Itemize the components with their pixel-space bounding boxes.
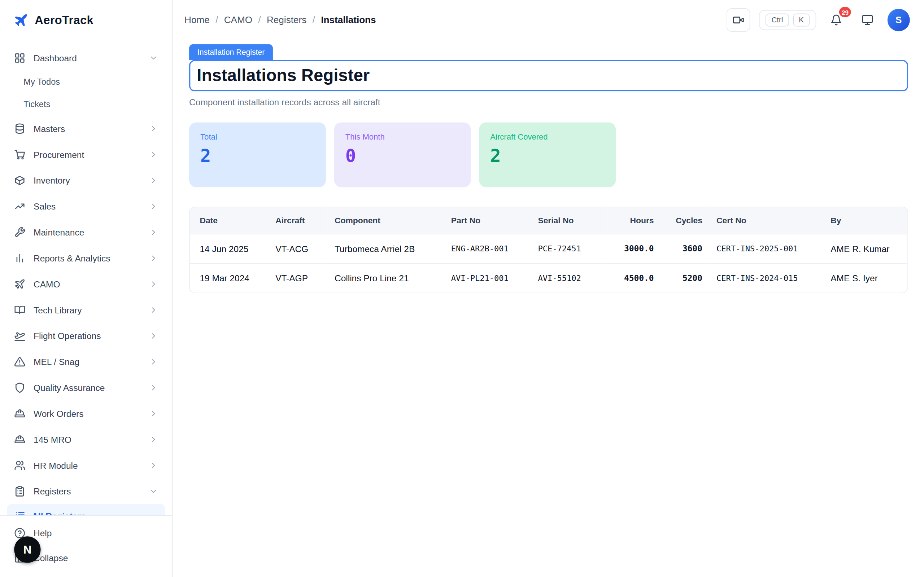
package-icon [14,174,25,186]
sidebar-item-sales[interactable]: Sales [7,193,165,219]
chevron-right-icon [149,227,158,236]
cell-hours: 3000.0 [608,234,661,263]
chevron-right-icon [149,435,158,443]
stat-label: This Month [346,132,460,141]
sidebar-item-label: Work Orders [34,408,83,418]
stat-value: 2 [490,145,604,166]
sidebar-item-label: Quality Assurance [34,382,105,392]
sidebar-item-quality-assurance[interactable]: Quality Assurance [7,374,165,400]
alert-triangle-icon [14,356,25,367]
sidebar-item-reports-analytics[interactable]: Reports & Analytics [7,245,165,271]
sidebar-item-label: My Todos [23,77,60,87]
sidebar-item-dashboard[interactable]: Dashboard [7,45,165,71]
column-header-date: Date [190,207,268,234]
top-actions: Ctrl K 29 S [727,8,909,32]
app-name: AeroTrack [35,13,94,27]
chevron-right-icon [149,305,158,314]
chevron-down-icon [149,487,158,495]
plane-takeoff-icon [14,330,25,341]
sidebar-item-work-orders[interactable]: Work Orders [7,400,165,426]
stat-label: Total [200,132,315,141]
table-header-row: Date Aircraft Component Part No Serial N… [190,207,908,234]
sidebar-item-procurement[interactable]: Procurement [7,141,165,167]
chevron-right-icon [149,409,158,417]
register-type-badge: Installation Register [189,44,273,60]
sidebar-item-registers[interactable]: Registers [7,478,165,504]
breadcrumb-camo[interactable]: CAMO [224,15,252,25]
sidebar-item-label: HR Module [34,460,78,470]
column-header-hours: Hours [608,207,661,234]
cell-aircraft: VT-ACG [268,234,328,263]
sidebar-item-label: Tickets [23,100,50,109]
sidebar-item-camo[interactable]: CAMO [7,271,165,297]
plane-logo-icon [13,12,29,28]
page-subtitle: Component installation records across al… [189,97,908,107]
cell-aircraft: VT-AGP [268,263,328,293]
sidebar-item-my-todos[interactable]: My Todos [7,71,165,93]
sidebar-item-label: Reports & Analytics [34,253,110,263]
sidebar-item-flight-operations[interactable]: Flight Operations [7,323,165,349]
command-palette-shortcut[interactable]: Ctrl K [759,10,816,30]
plane-icon [14,278,25,289]
cell-cert-no: CERT-INS-2024-015 [709,263,823,293]
notification-count-badge: 29 [838,6,852,18]
sidebar-item-label: Sales [34,201,56,211]
breadcrumb-separator: / [258,15,261,25]
chevron-right-icon [149,253,158,262]
sidebar-item-tickets[interactable]: Tickets [7,93,165,115]
stat-value: 0 [346,145,460,166]
sidebar-item-label: Tech Library [34,305,82,315]
sidebar: AeroTrack Dashboard My Todos Tickets Mas… [0,0,173,577]
sidebar-item-tech-library[interactable]: Tech Library [7,297,165,323]
page-title-input[interactable] [189,60,908,92]
sidebar-item-label: Masters [34,123,65,134]
stat-card-aircraft-covered: Aircraft Covered 2 [479,122,616,187]
help-label: Help [34,528,52,538]
ctrl-keycap: Ctrl [766,14,789,27]
k-keycap: K [793,14,809,27]
user-avatar[interactable]: S [888,9,910,31]
sidebar-item-maintenance[interactable]: Maintenance [7,219,165,245]
cell-component: Collins Pro Line 21 [327,263,444,293]
app-window: AeroTrack Dashboard My Todos Tickets Mas… [0,0,924,577]
sidebar-item-label: CAMO [34,279,60,289]
breadcrumb-home[interactable]: Home [184,15,210,25]
chevron-right-icon [149,383,158,392]
cell-cycles: 5200 [661,263,709,293]
table-row[interactable]: 19 Mar 2024 VT-AGP Collins Pro Line 21 A… [190,263,908,293]
video-button[interactable] [727,8,750,32]
book-open-icon [14,304,25,315]
chevron-down-icon [149,53,158,62]
sidebar-item-inventory[interactable]: Inventory [7,167,165,193]
column-header-part-no: Part No [444,207,531,234]
table-row[interactable]: 14 Jun 2025 VT-ACG Turbomeca Arriel 2B E… [190,234,908,263]
column-header-cert-no: Cert No [709,207,823,234]
sidebar-item-145-mro[interactable]: 145 MRO [7,426,165,452]
display-button[interactable] [856,9,879,31]
sidebar-item-masters[interactable]: Masters [7,115,165,141]
sidebar-item-label: Registers [34,486,71,496]
bar-chart-icon [14,253,25,264]
cell-by: AME R. Kumar [824,234,908,263]
sidebar-item-label: Inventory [34,175,70,185]
notifications-button[interactable]: 29 [825,9,848,31]
column-header-by: By [824,207,908,234]
cell-serial-no: AVI-55102 [531,263,608,293]
cell-part-no: AVI-PL21-001 [444,263,531,293]
sidebar-item-label: MEL / Snag [34,357,79,367]
app-logo: AeroTrack [0,0,172,40]
database-icon [14,122,25,134]
cell-cert-no: CERT-INS-2025-001 [709,234,823,263]
sidebar-item-mel-snag[interactable]: MEL / Snag [7,349,165,375]
breadcrumb: Home / CAMO / Registers / Installations [184,15,376,25]
chevron-right-icon [149,124,158,133]
breadcrumb-separator: / [215,15,218,25]
users-icon [14,459,25,471]
sidebar-item-hr-module[interactable]: HR Module [7,452,165,478]
stat-card-total: Total 2 [189,122,326,187]
floating-widget-button[interactable]: N [14,536,40,562]
shield-icon [14,382,25,393]
column-header-cycles: Cycles [661,207,709,234]
breadcrumb-registers[interactable]: Registers [267,15,307,25]
clipboard-list-icon [14,485,25,496]
